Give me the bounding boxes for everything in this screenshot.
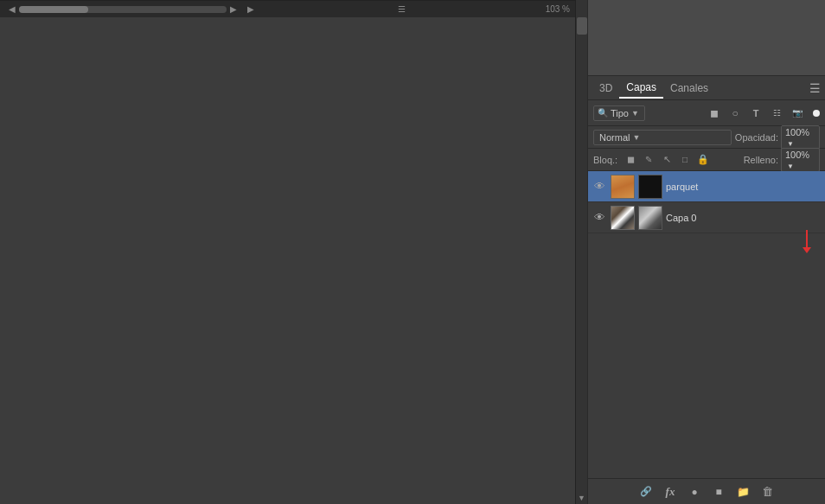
panel-bottom-bar: 🔗 fx ● ■ 📁 🗑 <box>588 478 825 504</box>
expand-icon[interactable]: ▶ <box>244 3 258 16</box>
arrow-head <box>803 247 811 253</box>
bottom-status-bar: ◀ ▶ ▶ ☰ 103 % <box>0 0 575 17</box>
layer-thumbnail-parquet <box>611 175 635 199</box>
filter-active-indicator <box>813 110 820 117</box>
filter-icon-2[interactable]: ○ <box>726 105 744 122</box>
layer-drag-arrow <box>803 230 811 253</box>
fx-icon[interactable]: fx <box>662 483 679 501</box>
fill-chevron-icon: ▼ <box>787 163 794 170</box>
filter-icon-1[interactable]: ◼ <box>706 105 723 122</box>
lock-label: Bloq.: <box>593 155 617 165</box>
blend-mode-dropdown[interactable]: Normal ▼ <box>593 130 732 145</box>
fill-control: Relleno: 100% ▼ <box>744 148 820 172</box>
layer-name-capa0: Capa 0 <box>666 213 822 223</box>
layer-visibility-toggle[interactable]: 👁 <box>592 179 607 195</box>
fill-value-text: 100% <box>785 150 809 160</box>
tab-capas[interactable]: Capas <box>619 78 663 99</box>
blend-mode-value: Normal <box>599 132 630 143</box>
menu-icon[interactable]: ☰ <box>394 3 408 16</box>
filter-icons: ◼ ○ T ☷ 📷 <box>706 105 820 122</box>
filter-icon-4[interactable]: ☷ <box>768 105 785 122</box>
canvas-wrapper: ◀ ▶ ▶ ☰ 103 % <box>0 0 575 504</box>
layer-mask-parquet <box>638 175 662 199</box>
right-panel: 3D Capas Canales ☰ 🔍 Tipo ▼ ◼ ○ T ☷ 📷 <box>587 0 825 504</box>
tab-canales[interactable]: Canales <box>663 79 715 98</box>
lock-all-icon[interactable]: 🔒 <box>695 152 711 168</box>
vertical-scrollbar[interactable]: ▼ <box>575 0 587 504</box>
lock-icons: ◼ ✎ ↖ □ 🔒 <box>623 152 711 168</box>
opacity-label: Opacidad: <box>735 132 778 143</box>
lock-position-icon[interactable]: ↖ <box>659 152 675 168</box>
filter-icon-5[interactable]: 📷 <box>789 105 806 122</box>
scroll-down-btn[interactable]: ▼ <box>577 492 587 504</box>
filter-tipo-label: Tipo <box>611 108 629 118</box>
mask-icon[interactable]: ■ <box>710 483 727 501</box>
layer-thumb-wood-fill <box>611 175 634 198</box>
search-icon: 🔍 <box>598 108 608 118</box>
layer-list: 👁 parquet 👁 Capa 0 <box>588 171 825 478</box>
fill-input[interactable]: 100% ▼ <box>781 148 820 172</box>
layer-visibility-toggle[interactable]: 👁 <box>592 210 607 226</box>
lock-row: Bloq.: ◼ ✎ ↖ □ 🔒 Relleno: 100% ▼ <box>588 149 825 171</box>
filter-icon-3[interactable]: T <box>747 105 764 122</box>
opacity-value-text: 100% <box>785 127 809 137</box>
scroll-left-icon[interactable]: ◀ <box>5 3 19 16</box>
scrollbar-thumb[interactable] <box>19 6 88 13</box>
layer-item[interactable]: 👁 parquet <box>588 171 825 202</box>
layer-list-inner: 👁 parquet 👁 Capa 0 <box>588 171 825 233</box>
delete-icon[interactable]: 🗑 <box>758 483 776 501</box>
layer-thumb-capa-fill <box>611 207 634 229</box>
horizontal-scrollbar[interactable] <box>19 6 227 13</box>
lock-transparent-icon[interactable]: ◼ <box>623 152 638 168</box>
blend-chevron-icon: ▼ <box>632 133 640 142</box>
group-icon[interactable]: 📁 <box>734 483 751 501</box>
lock-pixels-icon[interactable]: ✎ <box>641 152 656 168</box>
fill-label: Relleno: <box>744 155 778 165</box>
scroll-right-icon[interactable]: ▶ <box>227 3 240 16</box>
panel-top-area <box>588 0 825 76</box>
opacity-input[interactable]: 100% ▼ <box>781 125 820 150</box>
panel-menu-icon[interactable]: ☰ <box>809 81 821 95</box>
chevron-down-icon: ▼ <box>631 109 639 118</box>
filter-tipo-dropdown[interactable]: 🔍 Tipo ▼ <box>593 105 645 121</box>
opacity-chevron-icon: ▼ <box>787 140 794 148</box>
zoom-level: 103 % <box>546 4 570 14</box>
main-area: ◀ ▶ ▶ ☰ 103 % ▼ 3D Capas Canales ☰ 🔍 <box>0 0 825 504</box>
blend-mode-row: Normal ▼ Opacidad: 100% ▼ <box>588 126 825 149</box>
layer-mask-capa0 <box>638 206 662 230</box>
panel-tabs: 3D Capas Canales ☰ <box>588 76 825 100</box>
layer-item[interactable]: 👁 Capa 0 <box>588 202 825 233</box>
link-icon[interactable]: 🔗 <box>637 483 655 501</box>
layer-name-parquet: parquet <box>666 182 822 192</box>
filter-row: 🔍 Tipo ▼ ◼ ○ T ☷ 📷 <box>588 100 825 126</box>
lock-artboard-icon[interactable]: □ <box>677 152 693 168</box>
adjustment-icon[interactable]: ● <box>686 483 703 501</box>
opacity-control: Opacidad: 100% ▼ <box>735 125 820 150</box>
tab-3d[interactable]: 3D <box>592 79 619 98</box>
layer-thumbnail-capa0 <box>611 206 635 230</box>
